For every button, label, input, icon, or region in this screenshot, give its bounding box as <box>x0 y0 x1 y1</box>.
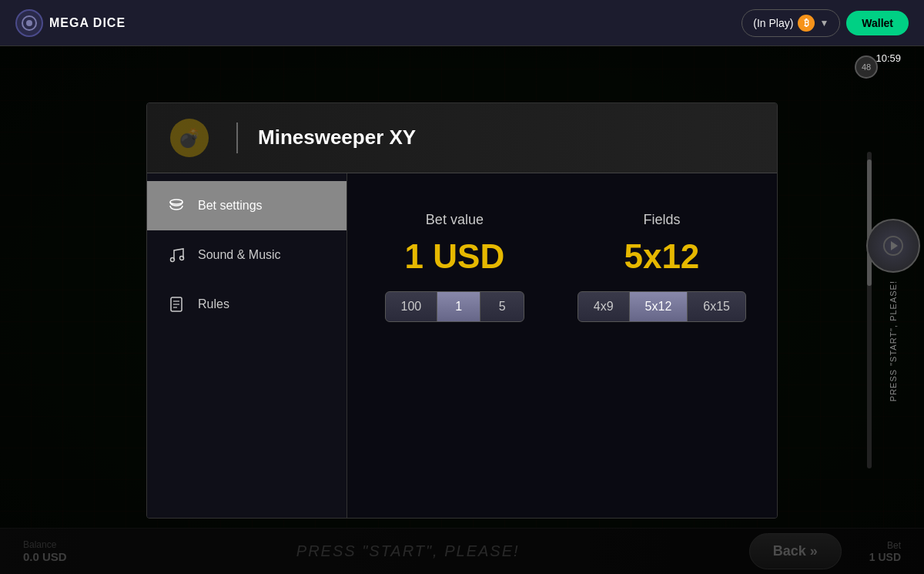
navbar-center: (In Play) ₿ ▼ Wallet <box>742 9 909 37</box>
chevron-down-icon: ▼ <box>819 18 829 29</box>
settings-modal: 💣 Minesweeper XY Bet setti <box>146 102 778 519</box>
rules-label: Rules <box>198 297 229 311</box>
bet-toggle-group: 100 1 5 <box>385 291 525 322</box>
rules-icon <box>166 294 187 315</box>
bet-option-1[interactable]: 1 <box>437 292 480 321</box>
main-content: ███░░░███████░░░███████░░░███ 10:59 48 P… <box>0 46 924 574</box>
sound-music-label: Sound & Music <box>198 248 281 262</box>
settings-content: Bet value 1 USD 100 1 5 Fields 5x12 <box>347 173 777 518</box>
svg-point-4 <box>171 257 175 261</box>
logo-area: MEGA DICE <box>15 9 126 37</box>
bet-settings-label: Bet settings <box>198 199 263 213</box>
coins-icon <box>166 195 187 217</box>
in-play-badge[interactable]: (In Play) ₿ ▼ <box>742 9 840 37</box>
bet-option-5[interactable]: 5 <box>480 292 524 321</box>
settings-sidebar: Bet settings Sound & Music <box>147 173 347 518</box>
fields-value: 5x12 <box>624 237 699 276</box>
game-logo-icon: 💣 <box>170 119 209 157</box>
start-text-label: PRESS "START", PLEASE! <box>889 280 898 401</box>
start-circle-button[interactable] <box>866 219 920 273</box>
bet-option-100[interactable]: 100 <box>386 292 438 321</box>
field-option-5x12[interactable]: 5x12 <box>630 292 688 321</box>
modal-title: Minesweeper XY <box>258 126 416 149</box>
music-icon <box>166 244 187 266</box>
sidebar-item-rules[interactable]: Rules <box>147 280 346 329</box>
right-start-area: PRESS "START", PLEASE! <box>862 46 924 574</box>
bet-value: 1 USD <box>405 237 505 276</box>
sidebar-item-sound-music[interactable]: Sound & Music <box>147 230 346 280</box>
fields-column: Fields 5x12 4x9 5x12 6x15 <box>578 212 746 322</box>
sidebar-item-bet-settings[interactable]: Bet settings <box>147 181 346 230</box>
logo-text: MEGA DICE <box>49 16 126 30</box>
field-option-6x15[interactable]: 6x15 <box>688 292 745 321</box>
modal-title-divider <box>236 123 238 153</box>
svg-point-1 <box>26 20 32 26</box>
fields-toggle-group: 4x9 5x12 6x15 <box>578 291 746 322</box>
in-play-label: (In Play) <box>753 17 793 29</box>
game-logo-area: 💣 <box>170 119 216 157</box>
logo-icon <box>15 9 43 37</box>
modal-body: Bet settings Sound & Music <box>147 173 777 518</box>
bet-value-label: Bet value <box>426 212 484 228</box>
navbar: MEGA DICE (In Play) ₿ ▼ Wallet <box>0 0 924 46</box>
svg-point-3 <box>170 200 182 204</box>
modal-header: 💣 Minesweeper XY <box>147 103 777 173</box>
fields-label: Fields <box>643 212 680 228</box>
settings-row: Bet value 1 USD 100 1 5 Fields 5x12 <box>378 212 746 322</box>
bet-value-column: Bet value 1 USD 100 1 5 <box>378 212 531 322</box>
wallet-button[interactable]: Wallet <box>846 11 909 35</box>
bitcoin-icon: ₿ <box>798 15 815 32</box>
svg-point-5 <box>180 256 184 260</box>
field-option-4x9[interactable]: 4x9 <box>578 292 630 321</box>
